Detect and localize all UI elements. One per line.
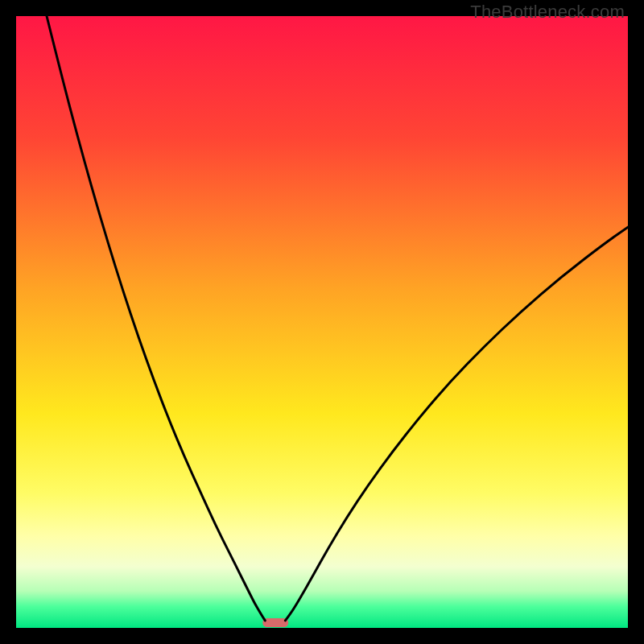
bottleneck-marker	[262, 618, 288, 627]
chart-canvas	[16, 16, 628, 628]
chart-frame	[16, 16, 628, 628]
watermark-text: TheBottleneck.com	[470, 2, 625, 23]
chart-background	[16, 16, 628, 628]
svg-rect-0	[262, 618, 288, 627]
